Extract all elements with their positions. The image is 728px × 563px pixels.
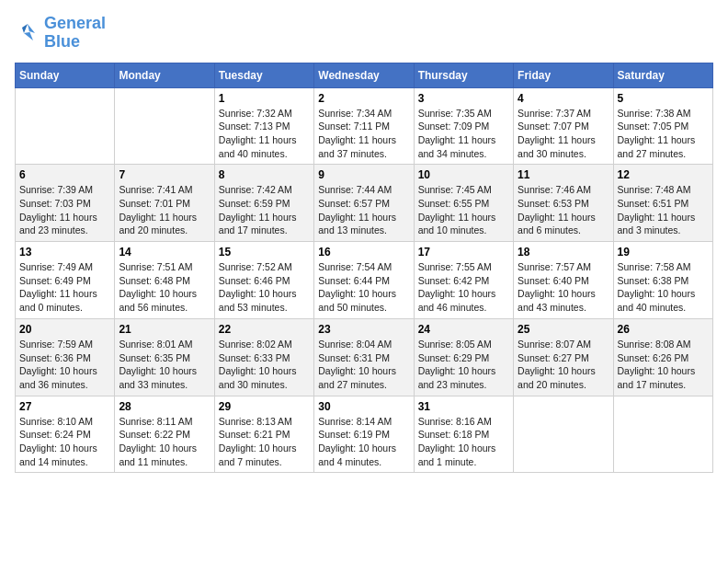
day-number: 28 bbox=[119, 400, 210, 413]
calendar-cell: 27Sunrise: 8:10 AM Sunset: 6:24 PM Dayli… bbox=[16, 396, 115, 473]
calendar-cell: 16Sunrise: 7:54 AM Sunset: 6:44 PM Dayli… bbox=[314, 242, 414, 319]
page-header: General Blue bbox=[15, 15, 713, 52]
day-number: 25 bbox=[518, 323, 609, 336]
day-content: Sunrise: 7:44 AM Sunset: 6:57 PM Dayligh… bbox=[318, 183, 409, 237]
calendar-cell: 6Sunrise: 7:39 AM Sunset: 7:03 PM Daylig… bbox=[16, 165, 115, 242]
day-content: Sunrise: 7:42 AM Sunset: 6:59 PM Dayligh… bbox=[219, 183, 310, 237]
calendar-cell: 7Sunrise: 7:41 AM Sunset: 7:01 PM Daylig… bbox=[115, 165, 214, 242]
day-content: Sunrise: 7:55 AM Sunset: 6:42 PM Dayligh… bbox=[418, 260, 509, 315]
day-number: 16 bbox=[318, 246, 409, 259]
day-content: Sunrise: 7:59 AM Sunset: 6:36 PM Dayligh… bbox=[19, 338, 110, 392]
calendar-cell: 14Sunrise: 7:51 AM Sunset: 6:48 PM Dayli… bbox=[115, 242, 214, 319]
calendar-cell: 3Sunrise: 7:35 AM Sunset: 7:09 PM Daylig… bbox=[414, 87, 513, 165]
day-content: Sunrise: 7:51 AM Sunset: 6:48 PM Dayligh… bbox=[119, 260, 210, 315]
day-content: Sunrise: 8:02 AM Sunset: 6:33 PM Dayligh… bbox=[219, 338, 310, 392]
day-content: Sunrise: 8:16 AM Sunset: 6:18 PM Dayligh… bbox=[418, 415, 509, 469]
calendar-cell: 20Sunrise: 7:59 AM Sunset: 6:36 PM Dayli… bbox=[16, 318, 115, 396]
calendar-cell: 13Sunrise: 7:49 AM Sunset: 6:49 PM Dayli… bbox=[16, 242, 115, 319]
day-content: Sunrise: 8:04 AM Sunset: 6:31 PM Dayligh… bbox=[318, 338, 409, 392]
day-number: 31 bbox=[418, 400, 509, 413]
logo-icon bbox=[15, 20, 40, 46]
day-number: 23 bbox=[318, 323, 409, 336]
calendar-cell: 22Sunrise: 8:02 AM Sunset: 6:33 PM Dayli… bbox=[214, 318, 313, 396]
calendar-cell: 8Sunrise: 7:42 AM Sunset: 6:59 PM Daylig… bbox=[214, 165, 313, 242]
day-header-tuesday: Tuesday bbox=[214, 63, 313, 87]
day-content: Sunrise: 7:54 AM Sunset: 6:44 PM Dayligh… bbox=[318, 260, 409, 315]
day-number: 22 bbox=[219, 323, 310, 336]
calendar-cell: 19Sunrise: 7:58 AM Sunset: 6:38 PM Dayli… bbox=[613, 242, 712, 319]
calendar-cell: 1Sunrise: 7:32 AM Sunset: 7:13 PM Daylig… bbox=[214, 87, 313, 165]
logo: General Blue bbox=[15, 15, 106, 52]
calendar-cell: 24Sunrise: 8:05 AM Sunset: 6:29 PM Dayli… bbox=[414, 318, 513, 396]
day-content: Sunrise: 8:05 AM Sunset: 6:29 PM Dayligh… bbox=[418, 338, 509, 392]
day-header-thursday: Thursday bbox=[414, 63, 513, 87]
calendar-cell: 17Sunrise: 7:55 AM Sunset: 6:42 PM Dayli… bbox=[414, 242, 513, 319]
day-content: Sunrise: 8:01 AM Sunset: 6:35 PM Dayligh… bbox=[119, 338, 210, 392]
day-content: Sunrise: 7:41 AM Sunset: 7:01 PM Dayligh… bbox=[119, 183, 210, 237]
day-number: 5 bbox=[618, 92, 709, 105]
day-number: 27 bbox=[19, 400, 110, 413]
day-content: Sunrise: 7:38 AM Sunset: 7:05 PM Dayligh… bbox=[618, 107, 709, 161]
day-number: 17 bbox=[418, 246, 509, 259]
day-content: Sunrise: 8:14 AM Sunset: 6:19 PM Dayligh… bbox=[318, 415, 409, 469]
day-content: Sunrise: 7:35 AM Sunset: 7:09 PM Dayligh… bbox=[418, 107, 509, 161]
day-header-sunday: Sunday bbox=[16, 63, 115, 87]
day-number: 24 bbox=[418, 323, 509, 336]
day-number: 18 bbox=[518, 246, 609, 259]
day-number: 2 bbox=[318, 92, 409, 105]
calendar-cell: 21Sunrise: 8:01 AM Sunset: 6:35 PM Dayli… bbox=[115, 318, 214, 396]
day-content: Sunrise: 7:57 AM Sunset: 6:40 PM Dayligh… bbox=[518, 260, 609, 315]
day-content: Sunrise: 7:45 AM Sunset: 6:55 PM Dayligh… bbox=[418, 183, 509, 237]
day-header-wednesday: Wednesday bbox=[314, 63, 414, 87]
calendar-cell: 9Sunrise: 7:44 AM Sunset: 6:57 PM Daylig… bbox=[314, 165, 414, 242]
header-row: SundayMondayTuesdayWednesdayThursdayFrid… bbox=[16, 63, 713, 87]
day-header-saturday: Saturday bbox=[613, 63, 712, 87]
calendar-cell: 4Sunrise: 7:37 AM Sunset: 7:07 PM Daylig… bbox=[514, 87, 613, 165]
calendar-cell bbox=[514, 396, 613, 473]
week-row-5: 27Sunrise: 8:10 AM Sunset: 6:24 PM Dayli… bbox=[16, 396, 713, 473]
calendar-cell: 18Sunrise: 7:57 AM Sunset: 6:40 PM Dayli… bbox=[514, 242, 613, 319]
day-number: 1 bbox=[219, 92, 310, 105]
day-number: 20 bbox=[19, 323, 110, 336]
day-number: 12 bbox=[618, 168, 709, 181]
logo-text: General Blue bbox=[44, 15, 106, 52]
day-content: Sunrise: 8:07 AM Sunset: 6:27 PM Dayligh… bbox=[518, 338, 609, 392]
calendar-cell bbox=[613, 396, 712, 473]
calendar-cell: 31Sunrise: 8:16 AM Sunset: 6:18 PM Dayli… bbox=[414, 396, 513, 473]
day-content: Sunrise: 7:46 AM Sunset: 6:53 PM Dayligh… bbox=[518, 183, 609, 237]
calendar-cell: 23Sunrise: 8:04 AM Sunset: 6:31 PM Dayli… bbox=[314, 318, 414, 396]
calendar-cell bbox=[16, 87, 115, 165]
day-number: 11 bbox=[518, 168, 609, 181]
day-number: 30 bbox=[318, 400, 409, 413]
calendar-cell: 15Sunrise: 7:52 AM Sunset: 6:46 PM Dayli… bbox=[214, 242, 313, 319]
day-number: 21 bbox=[119, 323, 210, 336]
svg-marker-1 bbox=[22, 24, 28, 33]
calendar-cell: 30Sunrise: 8:14 AM Sunset: 6:19 PM Dayli… bbox=[314, 396, 414, 473]
week-row-3: 13Sunrise: 7:49 AM Sunset: 6:49 PM Dayli… bbox=[16, 242, 713, 319]
calendar-cell: 29Sunrise: 8:13 AM Sunset: 6:21 PM Dayli… bbox=[214, 396, 313, 473]
day-number: 19 bbox=[618, 246, 709, 259]
week-row-4: 20Sunrise: 7:59 AM Sunset: 6:36 PM Dayli… bbox=[16, 318, 713, 396]
calendar-cell: 11Sunrise: 7:46 AM Sunset: 6:53 PM Dayli… bbox=[514, 165, 613, 242]
day-content: Sunrise: 7:37 AM Sunset: 7:07 PM Dayligh… bbox=[518, 107, 609, 161]
day-content: Sunrise: 7:58 AM Sunset: 6:38 PM Dayligh… bbox=[618, 260, 709, 315]
calendar-cell: 2Sunrise: 7:34 AM Sunset: 7:11 PM Daylig… bbox=[314, 87, 414, 165]
day-content: Sunrise: 7:52 AM Sunset: 6:46 PM Dayligh… bbox=[219, 260, 310, 315]
day-number: 9 bbox=[318, 168, 409, 181]
day-content: Sunrise: 8:08 AM Sunset: 6:26 PM Dayligh… bbox=[618, 338, 709, 392]
day-header-monday: Monday bbox=[115, 63, 214, 87]
day-number: 7 bbox=[119, 168, 210, 181]
day-header-friday: Friday bbox=[514, 63, 613, 87]
day-content: Sunrise: 7:32 AM Sunset: 7:13 PM Dayligh… bbox=[219, 107, 310, 161]
calendar-table: SundayMondayTuesdayWednesdayThursdayFrid… bbox=[15, 63, 713, 474]
week-row-1: 1Sunrise: 7:32 AM Sunset: 7:13 PM Daylig… bbox=[16, 87, 713, 165]
week-row-2: 6Sunrise: 7:39 AM Sunset: 7:03 PM Daylig… bbox=[16, 165, 713, 242]
day-number: 14 bbox=[119, 246, 210, 259]
calendar-cell: 25Sunrise: 8:07 AM Sunset: 6:27 PM Dayli… bbox=[514, 318, 613, 396]
day-content: Sunrise: 7:39 AM Sunset: 7:03 PM Dayligh… bbox=[19, 183, 110, 237]
calendar-cell: 12Sunrise: 7:48 AM Sunset: 6:51 PM Dayli… bbox=[613, 165, 712, 242]
day-number: 8 bbox=[219, 168, 310, 181]
day-number: 10 bbox=[418, 168, 509, 181]
day-content: Sunrise: 8:13 AM Sunset: 6:21 PM Dayligh… bbox=[219, 415, 310, 469]
day-number: 4 bbox=[518, 92, 609, 105]
